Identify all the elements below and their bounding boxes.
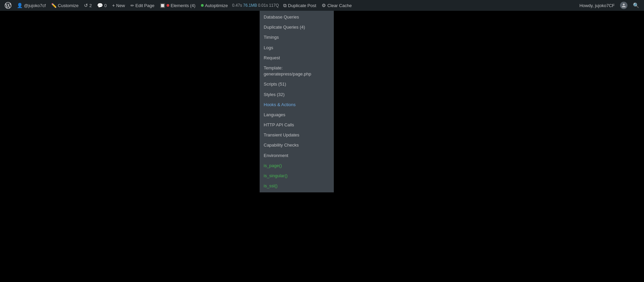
revisions-icon: ↺ [84, 3, 88, 8]
clear-cache-icon: ⚙ [322, 3, 326, 8]
performance-dropdown: Database QueriesDuplicate Queries (4)Tim… [260, 11, 334, 192]
comments-count: 0 [104, 3, 107, 8]
username-label: @jujoko7cf [24, 3, 46, 8]
duplicate-post-label: Duplicate Post [288, 3, 316, 8]
customize-label: Customize [58, 3, 79, 8]
duplicate-post-icon: ⧉ [283, 3, 287, 8]
plus-icon: + [112, 3, 115, 8]
user-menu[interactable]: 👤 @jujoko7cf [14, 0, 49, 11]
adminbar-right: Howdy, jujoko7CF 🔍 [577, 0, 642, 11]
dropdown-item[interactable]: Environment [260, 151, 334, 161]
search-icon: 🔍 [633, 2, 639, 8]
perf-memory: 76.1MB [243, 3, 257, 8]
revisions-count: 2 [89, 3, 92, 8]
elements-icon: 🔲 [160, 3, 165, 8]
dropdown-item[interactable]: Hooks & Actions [260, 100, 334, 110]
howdy-text[interactable]: Howdy, jujoko7CF [577, 0, 617, 11]
customize-button[interactable]: ✏️ Customize [49, 0, 81, 11]
edit-page-button[interactable]: ✏ Edit Page [128, 0, 157, 11]
dropdown-item[interactable]: Logs [260, 43, 334, 53]
comments-button[interactable]: 💬 0 [94, 0, 109, 11]
dropdown-item[interactable]: Duplicate Queries (4) [260, 22, 334, 32]
user-avatar[interactable] [617, 0, 630, 11]
customize-icon: ✏️ [51, 3, 57, 8]
elements-button[interactable]: 🔲 Elements (4) [157, 0, 198, 11]
dropdown-item[interactable]: is_ssl() [260, 181, 334, 191]
dropdown-item[interactable]: is_page() [260, 161, 334, 171]
perf-queries: 117Q [269, 3, 279, 8]
dropdown-item[interactable]: Languages [260, 110, 334, 120]
perf-time: 0.47s [232, 3, 242, 8]
autoptimize-button[interactable]: Autoptimize [198, 0, 231, 11]
dropdown-item[interactable]: Template: generatepress/page.php [260, 63, 334, 79]
dropdown-item[interactable]: Scripts (51) [260, 79, 334, 89]
dropdown-item[interactable]: is_singular() [260, 171, 334, 181]
clear-cache-label: Clear Cache [327, 3, 352, 8]
dropdown-item[interactable]: HTTP API Calls [260, 120, 334, 130]
new-button[interactable]: + New [109, 0, 127, 11]
revisions-button[interactable]: ↺ 2 [81, 0, 94, 11]
elements-status-dot [167, 4, 169, 7]
performance-stats[interactable]: 0.47s 76.1MB 0.01s 117Q [231, 0, 281, 11]
elements-label: Elements (4) [171, 3, 196, 8]
avatar-image [620, 2, 627, 9]
autoptimize-status-dot [201, 4, 204, 7]
edit-page-label: Edit Page [136, 3, 154, 8]
comments-icon: 💬 [97, 3, 103, 8]
search-button[interactable]: 🔍 [630, 0, 642, 11]
duplicate-post-button[interactable]: ⧉ Duplicate Post [281, 0, 319, 11]
dropdown-item[interactable]: Request [260, 53, 334, 63]
dropdown-item[interactable]: Styles (32) [260, 90, 334, 100]
wp-logo[interactable] [2, 0, 14, 11]
edit-icon: ✏ [130, 3, 134, 8]
user-avatar-icon: 👤 [17, 3, 23, 8]
clear-cache-button[interactable]: ⚙ Clear Cache [319, 0, 354, 11]
dropdown-item[interactable]: Timings [260, 32, 334, 42]
dropdown-item[interactable]: Capability Checks [260, 140, 334, 150]
dropdown-item[interactable]: Database Queries [260, 12, 334, 22]
admin-bar: 👤 @jujoko7cf ✏️ Customize ↺ 2 💬 0 + New … [0, 0, 644, 11]
autoptimize-label: Autoptimize [205, 3, 228, 8]
perf-sec: 0.01s [258, 3, 268, 8]
dropdown-item[interactable]: Transient Updates [260, 130, 334, 140]
new-label: New [116, 3, 125, 8]
